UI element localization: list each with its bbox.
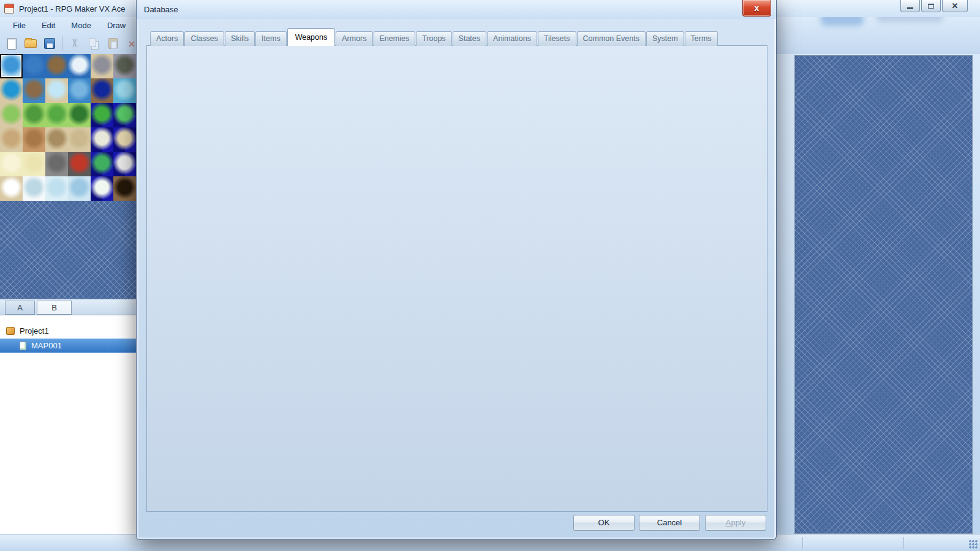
dialog-content (146, 45, 767, 512)
window-controls: ✕ (900, 0, 968, 12)
palette-tile[interactable] (45, 127, 68, 152)
tile-art (113, 152, 136, 176)
dialog-close-button[interactable]: x (742, 0, 771, 17)
tile-art (23, 103, 45, 127)
database-tab[interactable]: Animations (487, 31, 537, 46)
palette-tile[interactable] (68, 152, 91, 176)
palette-tile[interactable] (0, 103, 23, 127)
palette-tile[interactable] (0, 54, 23, 78)
tile-art (91, 176, 113, 201)
tile-art (23, 54, 45, 78)
palette-tile[interactable] (113, 127, 136, 152)
new-project-button[interactable] (5, 36, 18, 51)
palette-tile[interactable] (45, 78, 68, 103)
palette-tile[interactable] (0, 127, 23, 152)
palette-tile[interactable] (23, 176, 45, 201)
palette-tile[interactable] (113, 78, 136, 103)
tree-item-map[interactable]: MAP001 (0, 339, 136, 353)
palette-tab-b[interactable]: B (37, 301, 72, 315)
map-file-icon (20, 342, 26, 350)
palette-tab-a[interactable]: A (5, 301, 35, 315)
palette-tile[interactable] (91, 127, 113, 152)
palette-tile[interactable] (91, 152, 113, 176)
close-icon: x (755, 3, 760, 13)
project-icon (6, 327, 15, 335)
palette-tile[interactable] (68, 103, 91, 127)
palette-tile[interactable] (91, 54, 113, 78)
palette-tile[interactable] (0, 176, 23, 201)
menu-item[interactable]: Mode (63, 18, 99, 32)
database-tab[interactable]: Terms (685, 31, 718, 46)
paste-button[interactable] (106, 36, 119, 51)
resize-grip[interactable] (969, 540, 978, 549)
cut-button[interactable] (68, 36, 81, 51)
minimize-button[interactable] (900, 0, 920, 12)
database-tab[interactable]: Enemies (374, 31, 416, 46)
palette-tile[interactable] (23, 103, 45, 127)
delete-icon: × (128, 38, 135, 50)
database-tab[interactable]: Armors (336, 31, 372, 46)
palette-tile[interactable] (91, 78, 113, 103)
database-tab[interactable]: Items (255, 31, 287, 46)
tile-art (68, 176, 91, 201)
open-project-button[interactable] (24, 36, 37, 51)
palette-tile[interactable] (68, 78, 91, 103)
status-separator (802, 537, 803, 549)
database-tab[interactable]: Tilesets (538, 31, 576, 46)
palette-tile[interactable] (45, 152, 68, 176)
palette-tile[interactable] (91, 176, 113, 201)
palette-tile[interactable] (113, 103, 136, 127)
database-tab[interactable]: Weapons (287, 28, 336, 46)
tile-art (91, 78, 113, 103)
palette-tile[interactable] (23, 152, 45, 176)
tile-art (113, 54, 136, 78)
tile-art (0, 127, 23, 152)
database-tab[interactable]: Skills (225, 31, 255, 46)
menu-item[interactable]: Edit (34, 18, 63, 32)
apply-button[interactable]: Apply (705, 515, 766, 531)
tree-item-project[interactable]: Project1 (0, 324, 136, 337)
palette-tile[interactable] (113, 176, 136, 201)
palette-tile[interactable] (23, 78, 45, 103)
palette-tile[interactable] (68, 176, 91, 201)
tile-art (23, 152, 45, 176)
palette-tile[interactable] (45, 54, 68, 78)
dialog-titlebar[interactable]: Database (137, 0, 776, 19)
database-tab[interactable]: Common Events (577, 31, 646, 46)
database-tab[interactable]: Actors (150, 31, 184, 46)
cancel-button[interactable]: Cancel (639, 515, 700, 531)
menu-item[interactable]: Draw (99, 18, 134, 32)
copy-button[interactable] (87, 36, 100, 51)
tile-art (45, 54, 68, 78)
ok-button[interactable]: OK (573, 515, 635, 531)
project-tree: Project1 MAP001 (0, 315, 136, 534)
tile-art (0, 54, 23, 78)
screen: { "main_window": { "title": "Project1 - … (0, 0, 980, 551)
palette-tile[interactable] (68, 54, 91, 78)
database-tab[interactable]: Troops (416, 31, 451, 46)
tile-art (68, 54, 91, 78)
palette-tile[interactable] (23, 127, 45, 152)
palette-tile[interactable] (91, 103, 113, 127)
map-editor-canvas[interactable] (794, 55, 973, 534)
database-tab[interactable]: States (453, 31, 486, 46)
palette-tile[interactable] (45, 103, 68, 127)
tile-art (68, 103, 91, 127)
database-tab[interactable]: System (646, 31, 684, 46)
palette-tile[interactable] (113, 54, 136, 78)
palette-tile[interactable] (0, 78, 23, 103)
save-project-button[interactable] (43, 36, 56, 51)
tile-art (45, 78, 68, 103)
menu-item[interactable]: File (5, 18, 34, 32)
palette-tile[interactable] (45, 176, 68, 201)
toolbar: × (0, 33, 138, 54)
maximize-button[interactable] (921, 0, 941, 12)
palette-tile[interactable] (68, 127, 91, 152)
palette-tile[interactable] (23, 54, 45, 78)
database-tab-strip: ActorsClassesSkillsItemsWeaponsArmorsEne… (150, 28, 718, 46)
database-dialog: Database x ActorsClassesSkillsItemsWeapo… (136, 0, 777, 540)
database-tab[interactable]: Classes (184, 31, 224, 46)
palette-tile[interactable] (0, 152, 23, 176)
close-button[interactable]: ✕ (942, 0, 968, 12)
palette-tile[interactable] (113, 152, 136, 176)
